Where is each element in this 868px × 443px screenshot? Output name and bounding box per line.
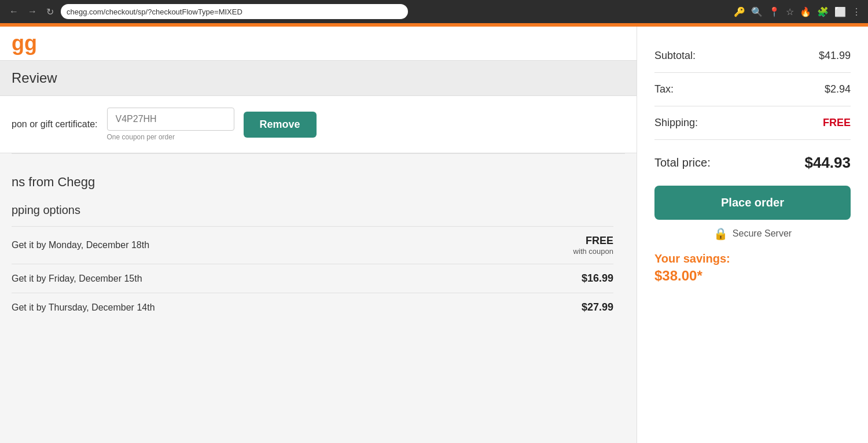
divider-1 bbox=[654, 72, 851, 73]
shipping-title: pping options bbox=[0, 199, 625, 226]
shipping-date-2: Get it by Friday, December 15th bbox=[12, 274, 142, 284]
tax-label: Tax: bbox=[654, 83, 674, 95]
main-content: gg Review pon or gift certificate: One c… bbox=[0, 27, 637, 443]
tab-icon: ⬜ bbox=[834, 6, 846, 17]
place-order-button[interactable]: Place order bbox=[654, 186, 851, 220]
total-row: Total price: $44.93 bbox=[654, 145, 851, 181]
tax-amount: $2.94 bbox=[825, 83, 851, 95]
items-title: ns from Chegg bbox=[0, 165, 625, 199]
forward-button[interactable]: → bbox=[25, 4, 39, 19]
coupon-label: pon or gift certificate: bbox=[12, 119, 98, 130]
items-section: ns from Chegg pping options Get it by Mo… bbox=[0, 154, 637, 322]
review-header: Review bbox=[0, 61, 637, 96]
savings-amount: $38.00* bbox=[654, 268, 851, 284]
extension-icon: 🧩 bbox=[817, 6, 829, 17]
order-summary: Subtotal: $41.99 Tax: $2.94 Shipping: FR… bbox=[637, 27, 868, 443]
reload-button[interactable]: ↻ bbox=[44, 4, 56, 20]
shipping-price-1: FREE with coupon bbox=[573, 235, 613, 256]
location-icon: 📍 bbox=[768, 6, 780, 17]
tax-row: Tax: $2.94 bbox=[654, 77, 851, 101]
flame-icon: 🔥 bbox=[800, 6, 811, 17]
menu-icon: ⋮ bbox=[852, 6, 861, 17]
back-button[interactable]: ← bbox=[7, 4, 21, 19]
shipping-price-2: $16.99 bbox=[582, 272, 613, 285]
shipping-date-1: Get it by Monday, December 18th bbox=[12, 240, 149, 250]
chegg-logo: gg bbox=[0, 27, 637, 61]
coupon-input[interactable] bbox=[107, 108, 234, 131]
review-title: Review bbox=[12, 70, 625, 86]
divider-2 bbox=[654, 106, 851, 106]
remove-button[interactable]: Remove bbox=[244, 112, 317, 138]
lock-icon: 🔒 bbox=[713, 227, 728, 241]
subtotal-label: Subtotal: bbox=[654, 50, 696, 62]
url-text: chegg.com/checkout/sp/?checkoutFlowType=… bbox=[67, 8, 242, 16]
key-icon: 🔑 bbox=[734, 6, 745, 17]
subtotal-row: Subtotal: $41.99 bbox=[654, 44, 851, 68]
total-label: Total price: bbox=[654, 156, 711, 169]
secure-server: 🔒 Secure Server bbox=[654, 227, 851, 241]
divider-3 bbox=[654, 139, 851, 140]
savings-section: Your savings: $38.00* bbox=[654, 252, 851, 284]
shipping-label: Shipping: bbox=[654, 117, 698, 129]
star-icon: ☆ bbox=[786, 6, 794, 17]
browser-chrome: ← → ↻ chegg.com/checkout/sp/?checkoutFlo… bbox=[0, 0, 868, 23]
coupon-section: pon or gift certificate: One coupon per … bbox=[0, 96, 637, 153]
shipping-amount: FREE bbox=[823, 117, 851, 129]
address-bar[interactable]: chegg.com/checkout/sp/?checkoutFlowType=… bbox=[61, 4, 408, 19]
coupon-hint: One coupon per order bbox=[107, 133, 234, 141]
shipping-row: Get it by Friday, December 15th $16.99 bbox=[12, 264, 613, 293]
zoom-icon: 🔍 bbox=[751, 6, 763, 17]
shipping-price-3: $27.99 bbox=[582, 301, 613, 313]
shipping-date-3: Get it by Thursday, December 14th bbox=[12, 302, 155, 313]
page-wrapper: gg Review pon or gift certificate: One c… bbox=[0, 27, 868, 443]
subtotal-amount: $41.99 bbox=[819, 50, 851, 62]
secure-server-label: Secure Server bbox=[733, 228, 792, 239]
savings-label: Your savings: bbox=[654, 252, 851, 265]
shipping-options: Get it by Monday, December 18th FREE wit… bbox=[0, 226, 625, 322]
shipping-row: Get it by Monday, December 18th FREE wit… bbox=[12, 226, 613, 264]
shipping-row-summary: Shipping: FREE bbox=[654, 111, 851, 135]
browser-icons: 🔑 🔍 📍 ☆ 🔥 🧩 ⬜ ⋮ bbox=[734, 6, 861, 17]
coupon-input-wrap: One coupon per order bbox=[107, 108, 234, 141]
total-amount: $44.93 bbox=[804, 154, 851, 172]
shipping-row: Get it by Thursday, December 14th $27.99 bbox=[12, 293, 613, 322]
